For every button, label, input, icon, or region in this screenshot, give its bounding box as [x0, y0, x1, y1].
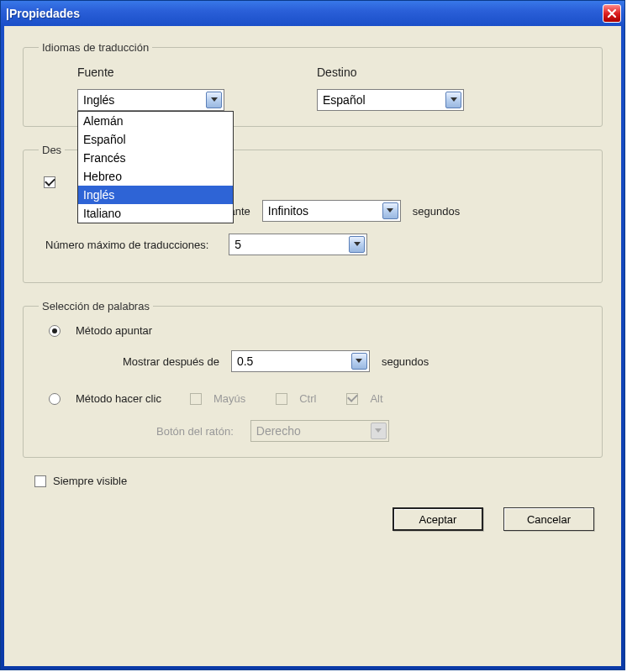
ok-button[interactable]: Aceptar — [393, 507, 483, 531]
show-after-combo[interactable]: 0.5 — [231, 350, 370, 372]
source-language-option[interactable]: Inglés — [78, 186, 233, 204]
shift-label: Mayús — [213, 392, 245, 405]
alt-checkbox — [346, 393, 358, 405]
alt-label: Alt — [370, 392, 382, 405]
cancel-button-label: Cancelar — [527, 513, 571, 526]
max-translations-value: 5 — [234, 238, 241, 251]
ctrl-checkbox — [276, 393, 287, 405]
mouse-button-value: Derecho — [256, 424, 301, 438]
max-translations-combo[interactable]: 5 — [229, 234, 367, 255]
chevron-down-icon — [206, 92, 222, 108]
max-translations-label: Número máximo de traducciones: — [45, 239, 208, 251]
mouse-button-combo: Derecho — [250, 420, 389, 442]
source-language-dropdown[interactable]: AlemánEspañolFrancésHebreoInglésItaliano — [77, 111, 234, 223]
show-after-value: 0.5 — [237, 354, 253, 368]
always-visible-checkbox[interactable] — [34, 475, 46, 487]
source-language-option[interactable]: Italiano — [78, 204, 233, 223]
ctrl-label: Ctrl — [299, 392, 316, 405]
group-display-legend: Des — [39, 144, 65, 156]
source-language-option[interactable]: Español — [78, 130, 233, 149]
show-for-value: Infinitos — [268, 204, 308, 218]
dest-label: Destino — [317, 66, 464, 79]
source-language-option[interactable]: Alemán — [78, 112, 233, 130]
dest-language-combo[interactable]: Español — [317, 89, 464, 111]
chevron-down-icon — [349, 236, 365, 253]
display-enable-checkbox[interactable] — [44, 176, 55, 188]
group-word-selection: Selección de palabras Método apuntar Mos… — [23, 300, 603, 458]
seconds-label-1: segundos — [413, 205, 460, 218]
source-language-combo[interactable]: Inglés — [77, 89, 224, 111]
method-click-label: Método hacer clic — [76, 392, 161, 405]
titlebar[interactable]: |Propiedades — [1, 1, 624, 26]
chevron-down-icon — [351, 353, 367, 370]
source-language-option[interactable]: Francés — [78, 149, 233, 167]
seconds-label-2: segundos — [382, 355, 429, 368]
show-after-label: Mostrar después de — [123, 355, 219, 368]
group-languages: Idiomas de traducción Fuente Inglés Alem… — [23, 41, 603, 127]
group-languages-legend: Idiomas de traducción — [39, 41, 152, 54]
window-title: |Propiedades — [6, 7, 80, 20]
shift-checkbox — [190, 393, 202, 405]
client-area: Idiomas de traducción Fuente Inglés Alem… — [4, 26, 621, 666]
group-word-selection-legend: Selección de palabras — [39, 300, 153, 312]
mouse-button-label: Botón del ratón: — [156, 425, 234, 438]
method-point-radio[interactable] — [49, 325, 61, 337]
source-language-value: Inglés — [83, 93, 114, 107]
chevron-down-icon — [382, 202, 398, 219]
close-button[interactable] — [603, 4, 621, 23]
dialog-window: |Propiedades Idiomas de traducción Fuent… — [0, 0, 625, 670]
chevron-down-icon — [445, 92, 461, 108]
show-for-combo[interactable]: Infinitos — [262, 200, 401, 222]
method-point-label: Método apuntar — [76, 324, 152, 337]
always-visible-label: Siempre visible — [53, 475, 127, 487]
source-language-option[interactable]: Hebreo — [78, 167, 233, 186]
dest-language-value: Español — [323, 93, 366, 107]
source-label: Fuente — [77, 66, 224, 79]
chevron-down-icon — [371, 423, 387, 439]
method-click-radio[interactable] — [49, 393, 61, 405]
close-icon — [607, 8, 617, 18]
cancel-button[interactable]: Cancelar — [503, 507, 594, 531]
ok-button-label: Aceptar — [419, 513, 457, 526]
